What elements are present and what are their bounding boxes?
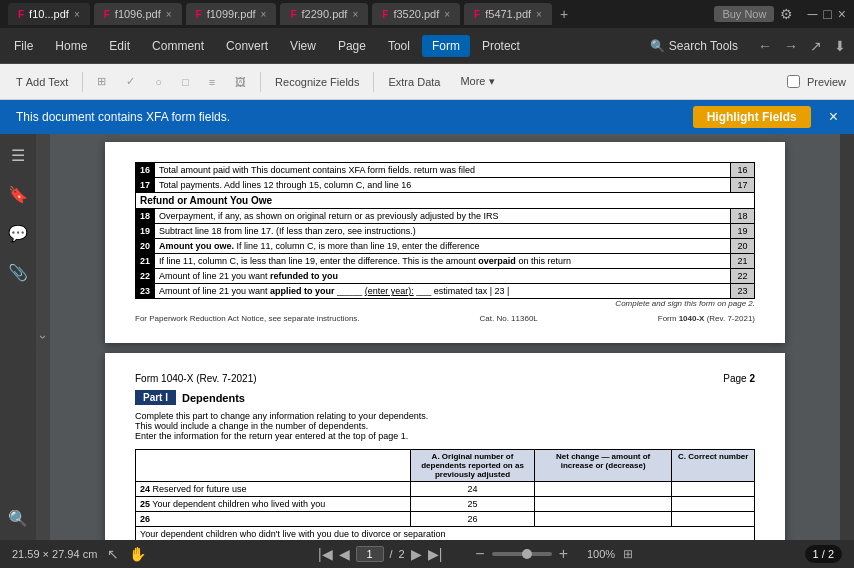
search-tools-label: Search Tools (669, 39, 738, 53)
zoom-slider[interactable] (492, 552, 552, 556)
check-button[interactable]: ✓ (118, 72, 143, 91)
pdf-icon: F (104, 9, 110, 20)
more-button[interactable]: More ▾ (452, 72, 502, 91)
tab-close[interactable]: × (536, 9, 542, 20)
menu-convert[interactable]: Convert (216, 35, 278, 57)
zoom-out-button[interactable]: − (472, 545, 487, 563)
row-text-17: Total payments. Add lines 12 through 15,… (155, 178, 731, 193)
tab-f10pdf[interactable]: F f10...pdf × (8, 3, 90, 25)
row-col-b-24 (534, 482, 672, 497)
preview-label: Preview (807, 76, 846, 88)
row-right-18: 18 (731, 209, 755, 224)
menu-view[interactable]: View (280, 35, 326, 57)
page-navigation: |◀ ◀ / 2 ▶ ▶| (318, 546, 442, 562)
download-icon[interactable]: ⬇ (830, 36, 850, 56)
pdf-page-1: 16 Total amount paid with This document … (105, 142, 785, 343)
tab-f1099rpdf[interactable]: F f1099r.pdf × (186, 3, 277, 25)
notification-close-button[interactable]: × (829, 108, 838, 126)
sidebar-comment-icon[interactable]: 💬 (4, 220, 32, 247)
tab-close[interactable]: × (74, 9, 80, 20)
search-tools-button[interactable]: 🔍 Search Tools (640, 35, 748, 57)
close-icon[interactable]: × (838, 6, 846, 22)
recognize-fields-button[interactable]: Recognize Fields (267, 73, 367, 91)
tab-close[interactable]: × (444, 9, 450, 20)
table-row-26-text: Your dependent children who didn't live … (136, 527, 755, 541)
menu-tool[interactable]: Tool (378, 35, 420, 57)
tab-close[interactable]: × (352, 9, 358, 20)
menu-form[interactable]: Form (422, 35, 470, 57)
row-right-22: 22 (731, 269, 755, 284)
menu-home[interactable]: Home (45, 35, 97, 57)
sidebar-expand-icon[interactable]: › (36, 325, 50, 349)
hand-icon: ✋ (129, 546, 146, 562)
tab-f2290pdf[interactable]: F f2290.pdf × (280, 3, 368, 25)
preview-checkbox[interactable] (787, 75, 800, 88)
col-empty-header (136, 450, 411, 482)
back-icon[interactable]: ← (754, 36, 776, 56)
menu-edit[interactable]: Edit (99, 35, 140, 57)
sidebar-attachment-icon[interactable]: 📎 (4, 259, 32, 286)
settings-icon[interactable]: ⚙ (780, 6, 793, 22)
row-text-20: Amount you owe. If line 11, column C, is… (155, 239, 731, 254)
nav-icons: ← → ↗ ⬇ (754, 36, 850, 56)
col-c-header: C. Correct number (672, 450, 755, 482)
row-number-18: 18 (136, 209, 155, 224)
circle-button[interactable]: ○ (147, 73, 170, 91)
right-scrollbar[interactable] (840, 134, 854, 540)
next-page-button[interactable]: ▶ (411, 546, 422, 562)
row-number-23: 23 (136, 284, 155, 299)
row-text-26: 26 (136, 512, 411, 527)
text-field-button[interactable]: ≡ (201, 73, 223, 91)
row-col-a-25: 25 (411, 497, 535, 512)
sidebar-search-icon[interactable]: 🔍 (4, 505, 32, 532)
row-col-a-26: 26 (411, 512, 535, 527)
row-number-17: 17 (136, 178, 155, 193)
tab-close[interactable]: × (166, 9, 172, 20)
buy-now-button[interactable]: Buy Now (714, 6, 774, 22)
tab-label: f2290.pdf (302, 8, 348, 20)
image-button[interactable]: 🖼 (227, 73, 254, 91)
sidebar-layers-icon[interactable]: ☰ (7, 142, 29, 169)
current-page-input[interactable] (356, 546, 384, 562)
zoom-in-button[interactable]: + (556, 545, 571, 563)
highlight-fields-button[interactable]: Highlight Fields (693, 106, 811, 128)
fit-page-button[interactable]: ⊞ (623, 547, 633, 561)
menu-comment[interactable]: Comment (142, 35, 214, 57)
table-row: 17 Total payments. Add lines 12 through … (136, 178, 755, 193)
table-row: 18 Overpayment, if any, as shown on orig… (136, 209, 755, 224)
first-page-button[interactable]: |◀ (318, 546, 333, 562)
menu-protect[interactable]: Protect (472, 35, 530, 57)
last-page-button[interactable]: ▶| (428, 546, 443, 562)
align-button[interactable]: ⊞ (89, 72, 114, 91)
menu-right-controls: 🔍 Search Tools ← → ↗ ⬇ (640, 35, 850, 57)
row-col-b-26 (534, 512, 672, 527)
tab-f5471pdf[interactable]: F f5471.pdf × (464, 3, 552, 25)
add-tab-button[interactable]: + (560, 6, 568, 22)
row-right-17: 17 (731, 178, 755, 193)
tab-f1096pdf[interactable]: F f1096.pdf × (94, 3, 182, 25)
menu-file[interactable]: File (4, 35, 43, 57)
menu-page[interactable]: Page (328, 35, 376, 57)
tab-f3520pdf[interactable]: F f3520.pdf × (372, 3, 460, 25)
pdf-icon: F (290, 9, 296, 20)
prev-page-button[interactable]: ◀ (339, 546, 350, 562)
maximize-icon[interactable]: □ (823, 6, 831, 22)
pdf-content-area[interactable]: 16 Total amount paid with This document … (50, 134, 840, 540)
page-number-p2: Page 2 (723, 373, 755, 384)
row-right-16: 16 (731, 163, 755, 178)
minimize-icon[interactable]: ─ (807, 6, 817, 22)
preview-checkbox-button[interactable]: Preview (787, 75, 846, 88)
form-table-page1: 16 Total amount paid with This document … (135, 162, 755, 299)
dependents-table: A. Original number of dependents reporte… (135, 449, 755, 540)
forward-icon[interactable]: → (780, 36, 802, 56)
table-row: 26 26 (136, 512, 755, 527)
add-text-button[interactable]: T Add Text (8, 73, 76, 91)
sidebar-bookmark-icon[interactable]: 🔖 (4, 181, 32, 208)
square-button[interactable]: □ (174, 73, 197, 91)
menu-items: File Home Edit Comment Convert View Page… (4, 35, 530, 57)
tab-close[interactable]: × (261, 9, 267, 20)
table-header-row: A. Original number of dependents reporte… (136, 450, 755, 482)
external-link-icon[interactable]: ↗ (806, 36, 826, 56)
row-text-26-detail: Your dependent children who didn't live … (136, 527, 755, 541)
extra-data-button[interactable]: Extra Data (380, 73, 448, 91)
